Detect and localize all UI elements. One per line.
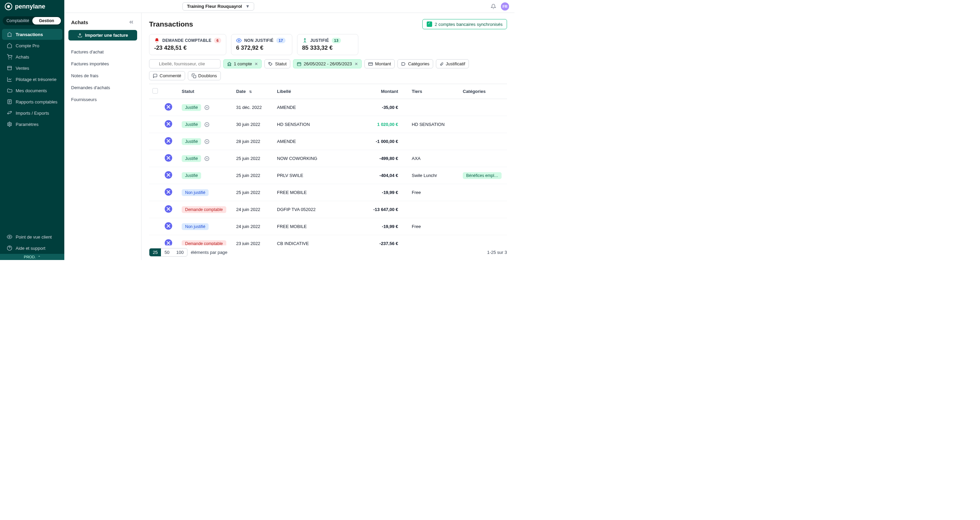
sidebar-item-ventes[interactable]: Ventes — [2, 63, 62, 73]
sub-title: Achats — [71, 19, 88, 25]
filter-categories[interactable]: Catégories — [398, 59, 433, 68]
copy-icon — [192, 73, 196, 78]
status-card[interactable]: NON JUSTIFIÉ176 372,92 € — [231, 34, 292, 55]
card-icon — [368, 62, 373, 66]
close-icon[interactable]: ✕ — [355, 62, 358, 66]
sidebar-item-pilotage-et-tr-sorerie[interactable]: Pilotage et trésorerie — [2, 74, 62, 85]
app-header: Training Fleur Rouquayrol ▼ FR — [0, 0, 514, 13]
table-row[interactable]: Demande comptable23 juin 2022CB INDICATI… — [149, 235, 507, 246]
filter-account[interactable]: 1 compte ✕ — [223, 59, 262, 68]
filter-date[interactable]: 26/05/2022 - 26/05/2023 ✕ — [293, 59, 362, 68]
transfer-icon — [7, 110, 12, 116]
svg-point-3 — [9, 124, 10, 125]
sidebar-item-rapports-comptables[interactable]: Rapports comptables — [2, 96, 62, 107]
bank-icon — [7, 32, 12, 37]
comment-icon — [153, 73, 158, 78]
select-all-checkbox[interactable] — [153, 88, 158, 94]
search-input[interactable] — [149, 59, 221, 68]
cart-icon — [7, 54, 12, 60]
sidebar-item-param-tres[interactable]: Paramètres — [2, 119, 62, 130]
status-card[interactable]: JUSTIFIÉ1385 333,32 € — [297, 34, 358, 55]
source-icon — [165, 154, 172, 162]
count-badge: 6 — [214, 38, 221, 43]
source-icon — [165, 205, 172, 213]
bell-alert-icon — [154, 38, 159, 43]
status-badge: Demande comptable — [182, 206, 226, 213]
svg-rect-9 — [298, 62, 301, 65]
store-icon — [7, 65, 12, 71]
import-invoice-button[interactable]: Importer une facture — [68, 30, 137, 40]
table-row[interactable]: Non justifié24 juin 2022FREE MOBILE-19,9… — [149, 218, 507, 235]
sub-item-fournisseurs[interactable]: Fournisseurs — [64, 94, 141, 105]
table-row[interactable]: Justifié25 juin 2022NOW COWORKING-499,80… — [149, 150, 507, 167]
target-icon — [205, 156, 209, 161]
avatar[interactable]: FR — [501, 2, 509, 11]
sidebar-item-compte-pro[interactable]: Compte Pro — [2, 40, 62, 51]
sync-accounts-button[interactable]: 2 comptes bancaires synchronisés — [422, 19, 507, 29]
col-statut[interactable]: Statut — [178, 84, 233, 99]
status-badge: Justifié — [182, 155, 201, 162]
env-badge: PROD. ⌃ — [0, 254, 64, 260]
shield-check-icon — [427, 21, 432, 27]
transactions-table: Statut Date ⇅ Libellé Montant Tiers Caté… — [149, 84, 507, 245]
status-badge: Demande comptable — [182, 240, 226, 246]
table-row[interactable]: Justifié31 déc. 2022AMENDE-35,00 € — [149, 99, 507, 116]
sidebar-item-imports-exports[interactable]: Imports / Exports — [2, 108, 62, 118]
table-row[interactable]: Justifié30 juin 2022HD SENSATION1 020,00… — [149, 116, 507, 133]
bank-icon — [227, 62, 232, 66]
sub-item-factures-import-es[interactable]: Factures importées — [64, 58, 141, 70]
page-size-label: éléments par page — [191, 250, 228, 255]
close-icon[interactable]: ✕ — [255, 62, 258, 66]
sidebar-item-achats[interactable]: Achats — [2, 51, 62, 62]
sub-item-factures-d-achat[interactable]: Factures d'achat — [64, 46, 141, 58]
eye-icon — [7, 234, 12, 240]
sidebar: pennylane Comptabilité Gestion Transacti… — [0, 13, 64, 260]
table-row[interactable]: Justifié28 juin 2022AMENDE-1 000,00 € — [149, 133, 507, 150]
sidebar-item-mes-documents[interactable]: Mes documents — [2, 85, 62, 96]
page-size-50[interactable]: 50 — [161, 248, 172, 256]
bell-icon[interactable] — [491, 4, 496, 9]
filter-montant[interactable]: Montant — [364, 59, 395, 68]
col-categories[interactable]: Catégories — [460, 84, 507, 99]
status-badge: Justifié — [182, 138, 201, 145]
category-pill: Bénéfices empl… — [463, 172, 501, 179]
status-card[interactable]: DEMANDE COMPTABLE6-23 428,51 € — [149, 34, 226, 55]
count-badge: 13 — [332, 38, 341, 43]
filter-statut[interactable]: Statut — [264, 59, 290, 68]
chart-icon — [7, 76, 12, 82]
page-size-100[interactable]: 100 — [173, 248, 187, 256]
count-badge: 17 — [276, 38, 285, 43]
folder-icon — [7, 88, 12, 93]
mode-gestion[interactable]: Gestion — [32, 17, 61, 24]
paperclip-icon — [440, 62, 444, 66]
filter-doublons[interactable]: Doublons — [188, 71, 221, 80]
col-date[interactable]: Date ⇅ — [233, 84, 274, 99]
collapse-icon[interactable] — [128, 19, 134, 25]
filter-commente[interactable]: Commenté — [149, 71, 185, 80]
sidebar-item-point-de-vue-client[interactable]: Point de vue client — [2, 231, 62, 242]
sub-item-notes-de-frais[interactable]: Notes de frais — [64, 70, 141, 82]
source-icon — [165, 103, 172, 111]
page-size-25[interactable]: 25 — [150, 248, 161, 256]
filter-justificatif[interactable]: Justificatif — [436, 59, 469, 68]
company-selector[interactable]: Training Fleur Rouquayrol ▼ — [182, 2, 254, 11]
sub-item-demandes-d-achats[interactable]: Demandes d'achats — [64, 82, 141, 94]
sidebar-item-aide-et-support[interactable]: Aide et support — [2, 243, 62, 254]
table-row[interactable]: Demande comptable24 juin 2022DGFIP TVA 0… — [149, 201, 507, 218]
chevron-down-icon: ▼ — [245, 4, 250, 9]
col-libelle[interactable]: Libellé — [274, 84, 354, 99]
col-montant[interactable]: Montant — [354, 84, 401, 99]
status-badge: Justifié — [182, 121, 201, 128]
target-icon — [205, 122, 209, 127]
sidebar-item-transactions[interactable]: Transactions — [2, 29, 62, 40]
svg-point-6 — [238, 40, 240, 41]
sort-icon: ⇅ — [249, 90, 252, 94]
source-icon — [165, 171, 172, 179]
col-tiers[interactable]: Tiers — [401, 84, 460, 99]
mode-comptabilite[interactable]: Comptabilité — [3, 17, 32, 24]
target-icon — [205, 105, 209, 110]
table-row[interactable]: Non justifié25 juin 2022FREE MOBILE-19,9… — [149, 184, 507, 201]
table-row[interactable]: Justifié25 juin 2022PRLV SWILE-404,04 €S… — [149, 167, 507, 184]
svg-rect-11 — [193, 75, 196, 78]
eye-icon — [236, 38, 242, 43]
